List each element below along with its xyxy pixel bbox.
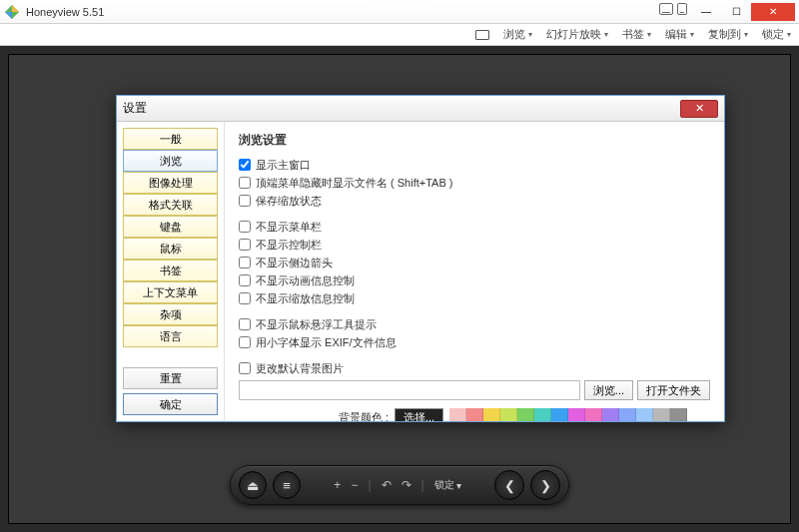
app-logo-icon: [4, 4, 20, 20]
settings-tab-5[interactable]: 鼠标: [123, 238, 218, 260]
checkbox-g1-1[interactable]: 顶端菜单隐藏时显示文件名 ( Shift+TAB ): [239, 175, 710, 191]
player-center: + − | ↶ ↷ | 锁定 ▾: [307, 478, 488, 492]
checkbox-g3-1[interactable]: 用小字体显示 EXIF/文件信息: [239, 334, 710, 350]
checkbox-g2-1[interactable]: 不显示控制栏: [239, 237, 710, 253]
ok-button[interactable]: 确定: [123, 393, 218, 415]
checkbox-change-bg-input[interactable]: [239, 362, 251, 374]
zoom-out-icon[interactable]: −: [351, 478, 358, 492]
dialog-close-button[interactable]: ✕: [680, 100, 718, 118]
aspect1-icon[interactable]: [659, 3, 673, 15]
settings-tab-0[interactable]: 一般: [123, 128, 218, 150]
open-folder-button[interactable]: 打开文件夹: [637, 380, 710, 400]
toolbar-lock[interactable]: 锁定▾: [762, 27, 791, 42]
swatch[interactable]: [534, 408, 551, 421]
swatch[interactable]: [500, 408, 517, 421]
app-title: Honeyview 5.51: [26, 6, 659, 18]
svg-marker-2: [5, 12, 12, 19]
checkbox-g3-0-input[interactable]: [239, 318, 251, 330]
swatch[interactable]: [653, 408, 670, 421]
settings-sidebar: 一般浏览图像处理格式关联键盘鼠标书签上下文菜单杂项语言 重置 确定: [117, 122, 225, 421]
bg-path-input[interactable]: [239, 380, 580, 400]
checkbox-g1-0[interactable]: 显示主窗口: [239, 157, 710, 173]
checkbox-g1-1-input[interactable]: [239, 177, 251, 189]
dialog-titlebar: 设置 ✕: [117, 96, 724, 122]
swatch[interactable]: [636, 408, 653, 421]
swatch[interactable]: [585, 408, 602, 421]
main-toolbar: 浏览▾ 幻灯片放映▾ 书签▾ 编辑▾ 复制到▾ 锁定▾: [0, 24, 799, 46]
checkbox-g2-4-input[interactable]: [239, 292, 251, 304]
checkbox-g2-3[interactable]: 不显示动画信息控制: [239, 272, 710, 288]
bg-color-select[interactable]: 选择...: [395, 408, 443, 421]
reset-button[interactable]: 重置: [123, 367, 218, 389]
checkbox-g3-1-input[interactable]: [239, 336, 251, 348]
settings-tab-4[interactable]: 键盘: [123, 216, 218, 238]
swatch[interactable]: [517, 408, 534, 421]
settings-tab-3[interactable]: 格式关联: [123, 194, 218, 216]
prev-button[interactable]: ❮: [494, 470, 524, 500]
svg-marker-1: [12, 5, 19, 12]
player-lock[interactable]: 锁定 ▾: [434, 478, 461, 492]
player-bar: ⏏ ≡ + − | ↶ ↷ | 锁定 ▾ ❮ ❯: [230, 465, 569, 505]
settings-dialog: 设置 ✕ 一般浏览图像处理格式关联键盘鼠标书签上下文菜单杂项语言 重置 确定 浏…: [116, 95, 725, 422]
checkbox-g2-4[interactable]: 不显示缩放信息控制: [239, 290, 710, 306]
swatch[interactable]: [619, 408, 636, 421]
swatch[interactable]: [602, 408, 619, 421]
maximize-button[interactable]: ☐: [721, 3, 751, 21]
settings-tab-1[interactable]: 浏览: [123, 150, 218, 172]
settings-tab-6[interactable]: 书签: [123, 260, 218, 281]
settings-tab-7[interactable]: 上下文菜单: [123, 281, 218, 303]
checkbox-g1-2-input[interactable]: [239, 195, 251, 207]
close-button[interactable]: ✕: [751, 3, 795, 21]
fit-screen-icon[interactable]: [475, 30, 489, 40]
menu-button[interactable]: ≡: [273, 471, 301, 499]
next-button[interactable]: ❯: [530, 470, 560, 500]
rotate-right-icon[interactable]: ↷: [401, 478, 411, 492]
minimize-button[interactable]: —: [691, 3, 721, 21]
swatch[interactable]: [670, 408, 687, 421]
browse-button[interactable]: 浏览...: [584, 380, 633, 400]
swatch[interactable]: [483, 408, 500, 421]
settings-tab-9[interactable]: 语言: [123, 325, 218, 347]
checkbox-g2-1-input[interactable]: [239, 239, 251, 251]
toolbar-view[interactable]: 浏览▾: [503, 27, 532, 42]
swatch[interactable]: [551, 408, 568, 421]
checkbox-g1-2[interactable]: 保存缩放状态: [239, 193, 710, 209]
panel-heading: 浏览设置: [239, 132, 710, 149]
checkbox-g2-0-input[interactable]: [239, 221, 251, 233]
settings-content: 浏览设置 显示主窗口顶端菜单隐藏时显示文件名 ( Shift+TAB )保存缩放…: [225, 122, 724, 421]
swatch[interactable]: [449, 408, 466, 421]
swatch[interactable]: [466, 408, 483, 421]
rotate-left-icon[interactable]: ↶: [382, 478, 392, 492]
checkbox-g3-0[interactable]: 不显示鼠标悬浮工具提示: [239, 316, 710, 332]
bg-color-label: 背景颜色 :: [239, 410, 389, 422]
swatch[interactable]: [568, 408, 585, 421]
checkbox-g2-2-input[interactable]: [239, 257, 251, 268]
checkbox-g2-3-input[interactable]: [239, 274, 251, 286]
zoom-in-icon[interactable]: +: [334, 478, 341, 492]
settings-tab-2[interactable]: 图像处理: [123, 172, 218, 194]
checkbox-change-bg[interactable]: 更改默认背景图片: [239, 360, 710, 376]
checkbox-g2-0[interactable]: 不显示菜单栏: [239, 219, 710, 235]
dialog-title: 设置: [123, 100, 680, 117]
eject-button[interactable]: ⏏: [239, 471, 267, 499]
titlebar: Honeyview 5.51 — ☐ ✕: [0, 0, 799, 24]
settings-tab-8[interactable]: 杂项: [123, 303, 218, 325]
toolbar-copyto[interactable]: 复制到▾: [708, 27, 748, 42]
toolbar-edit[interactable]: 编辑▾: [665, 27, 694, 42]
checkbox-g1-0-input[interactable]: [239, 159, 251, 171]
toolbar-bookmark[interactable]: 书签▾: [622, 27, 651, 42]
toolbar-slideshow[interactable]: 幻灯片放映▾: [546, 27, 608, 42]
checkbox-g2-2[interactable]: 不显示侧边箭头: [239, 255, 710, 270]
aspect2-icon[interactable]: [677, 3, 687, 15]
